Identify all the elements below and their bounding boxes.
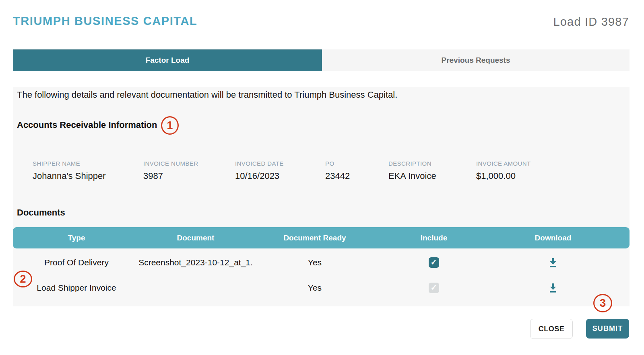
download-icon[interactable] (548, 283, 558, 293)
column-header-download: Download (493, 234, 613, 242)
field-label: PO (325, 160, 388, 167)
accounts-receivable-fields: SHIPPER NAME Johanna's Shipper INVOICE N… (13, 160, 630, 181)
tab-factor-load[interactable]: Factor Load (13, 49, 322, 71)
table-row-load-shipper-invoice: Load Shipper Invoice Yes ✓ (13, 275, 630, 300)
field-invoice-number: INVOICE NUMBER 3987 (143, 160, 235, 181)
documents-table-header: Type Document Document Ready Include Dow… (13, 227, 630, 248)
field-value: $1,000.00 (476, 171, 630, 181)
field-label: DESCRIPTION (388, 160, 476, 167)
field-description: DESCRIPTION EKA Invoice (388, 160, 476, 181)
field-value: 3987 (143, 171, 235, 181)
field-label: SHIPPER NAME (33, 160, 143, 167)
download-icon[interactable] (548, 257, 558, 268)
column-header-document: Document (136, 234, 255, 242)
include-checkbox[interactable]: ✓ (429, 257, 439, 268)
field-invoiced-date: INVOICED DATE 10/16/2023 (235, 160, 325, 181)
field-value: 10/16/2023 (235, 171, 325, 181)
column-header-include: Include (374, 234, 493, 242)
cell-type: Proof Of Delivery (17, 258, 136, 267)
factor-load-panel: The following details and relevant docum… (13, 87, 630, 306)
documents-table: Type Document Document Ready Include Dow… (13, 227, 630, 300)
field-po: PO 23442 (325, 160, 388, 181)
cell-document-ready: Yes (255, 283, 374, 293)
field-label: INVOICED DATE (235, 160, 325, 167)
checkmark-icon: ✓ (431, 258, 438, 266)
tab-bar: Factor Load Previous Requests (13, 49, 630, 71)
column-header-type: Type (17, 234, 136, 242)
load-id: Load ID 3987 (553, 15, 629, 29)
field-value: Johanna's Shipper (33, 171, 143, 181)
field-label: INVOICE AMOUNT (476, 160, 630, 167)
field-value: 23442 (325, 171, 388, 181)
cell-download (493, 257, 613, 268)
factor-load-dialog: TRIUMPH BUSINESS CAPITAL Load ID 3987 Fa… (0, 0, 644, 355)
checkmark-icon: ✓ (431, 283, 438, 291)
include-checkbox-disabled: ✓ (429, 283, 439, 293)
cell-include: ✓ (374, 283, 493, 293)
field-value: EKA Invoice (388, 171, 476, 181)
annotation-circle-3: 3 (593, 294, 612, 312)
table-row-proof-of-delivery: Proof Of Delivery Screenshot_2023-10-12_… (13, 250, 630, 275)
cell-document: Screenshot_2023-10-12_at_1. (136, 258, 255, 267)
page-title: TRIUMPH BUSINESS CAPITAL (13, 14, 197, 28)
field-label: INVOICE NUMBER (143, 160, 235, 167)
field-invoice-amount: INVOICE AMOUNT $1,000.00 (476, 160, 630, 181)
tab-previous-requests[interactable]: Previous Requests (322, 49, 630, 71)
documents-heading: Documents (17, 207, 65, 218)
close-button[interactable]: CLOSE (530, 319, 573, 339)
cell-download (493, 283, 613, 293)
column-header-document-ready: Document Ready (255, 234, 374, 242)
cell-type: Load Shipper Invoice (17, 283, 136, 293)
field-shipper-name: SHIPPER NAME Johanna's Shipper (33, 160, 143, 181)
cell-document-ready: Yes (255, 258, 374, 267)
accounts-receivable-heading: Accounts Receivable Information (17, 120, 157, 130)
submit-button[interactable]: SUBMIT (586, 319, 629, 339)
cell-include: ✓ (374, 257, 493, 268)
annotation-circle-1: 1 (161, 116, 179, 135)
transmission-note: The following details and relevant docum… (17, 89, 397, 101)
annotation-circle-2: 2 (14, 271, 32, 287)
dialog-footer: CLOSE SUBMIT (530, 319, 629, 339)
